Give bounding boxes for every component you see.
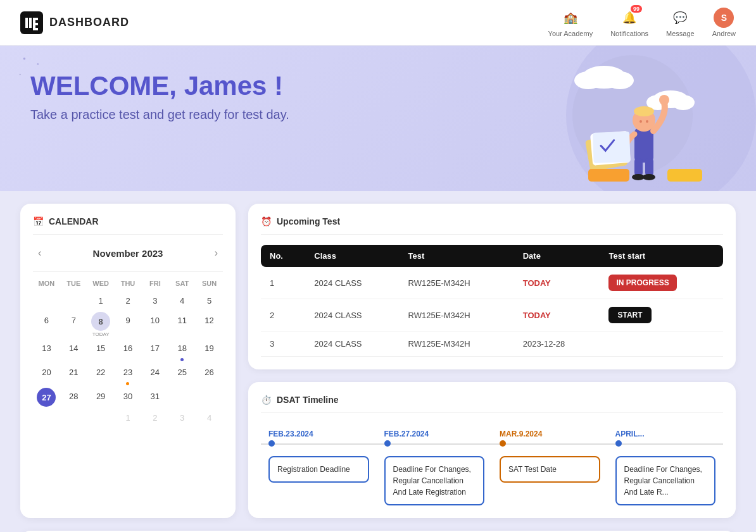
today-badge: TODAY [523,311,551,320]
calendar-day[interactable]: 4 [180,292,184,309]
dsat-timeline-card: ⏱️ DSAT Timeline FEB.23.2024Registration… [248,382,736,518]
calendar-day[interactable]: 1 [99,292,103,309]
calendar-day[interactable]: 27 [37,388,56,407]
cell-no: 3 [261,331,305,357]
upcoming-test-title: Upcoming Test [277,216,340,226]
calendar-day[interactable]: 5 [207,292,211,309]
calendar-day[interactable]: 22 [96,364,105,381]
academy-label: Your Academy [548,30,593,37]
svg-point-12 [646,120,648,123]
calendar-day[interactable]: 13 [42,340,51,357]
calendar-day[interactable]: 12 [205,312,213,329]
in-progress-button[interactable]: IN PROGRESS [608,275,676,291]
calendar-day[interactable]: 24 [151,364,160,381]
calendar-day-wrapper: 4 [196,409,223,426]
calendar-day-wrapper: 19 [196,340,223,361]
calendar-day[interactable]: 1 [125,409,130,426]
calendar-week: 678TODAY9101112 [33,312,223,337]
prev-month-button[interactable]: ‹ [33,245,46,261]
calendar-day[interactable]: 3 [153,292,157,309]
cell-class: 2024 CLASS [305,331,399,357]
calendar-day[interactable]: 26 [205,364,213,381]
calendar-day[interactable]: 17 [151,340,160,357]
start-button[interactable]: START [608,307,651,323]
calendar-day-wrapper: 8TODAY [87,312,115,337]
timeline-item: APRIL...Deadline For Changes, Regular Ca… [608,430,724,505]
calendar-day[interactable]: 25 [177,364,186,381]
day-header-thu: THU [115,280,142,287]
calendar-day[interactable]: 28 [69,388,78,405]
calendar-day[interactable]: 7 [72,312,76,329]
cell-test: RW125E-M342H [400,299,514,331]
timeline-dot [268,440,275,447]
calendar-day[interactable]: 19 [205,340,213,357]
nav-user[interactable]: S Andrew [712,8,736,37]
table-header-row: No. Class Test Date Test start [261,245,723,267]
today-badge: TODAY [523,278,551,288]
calendar-day[interactable]: 3 [180,409,184,426]
svg-point-11 [639,120,642,123]
calendar-day[interactable]: 2 [153,409,157,426]
svg-point-3 [574,71,602,89]
calendar-day[interactable]: 14 [69,340,78,357]
nav-notifications[interactable]: 🔔 99 Notifications [610,8,648,37]
dashboard-title: DASHBOARD [49,16,129,29]
calendar-day-wrapper: 27 [33,388,60,407]
col-date: Date [514,245,600,267]
calendar-day-wrapper: 3 [168,409,196,426]
calendar-day[interactable]: 29 [96,388,105,405]
calendar-header: 📅 CALENDAR [33,216,223,235]
cell-date: TODAY [514,267,600,299]
calendar-day[interactable]: 15 [96,340,105,357]
svg-rect-14 [634,158,643,176]
calendar-day[interactable]: 9 [125,312,130,329]
col-class: Class [305,245,399,267]
calendar-week: 13141516171819 [33,340,223,361]
cell-class: 2024 CLASS [305,299,399,331]
col-no: No. [261,245,305,267]
timeline-wrapper: FEB.23.2024Registration DeadlineFEB.27.2… [261,430,723,505]
cell-test: RW125E-M342H [400,267,514,299]
calendar-day[interactable]: 21 [69,364,78,381]
svg-point-17 [643,174,655,180]
timeline-dot [384,440,391,447]
svg-point-10 [634,106,654,116]
timeline-scroll[interactable]: FEB.23.2024Registration DeadlineFEB.27.2… [261,423,723,505]
dsat-timeline-title: DSAT Timeline [277,395,339,405]
calendar-day-wrapper: 10 [141,312,168,337]
nav-message[interactable]: 💬 Message [666,8,695,37]
calendar-day[interactable]: 8 [91,312,110,331]
calendar-day[interactable]: 2 [125,292,130,309]
avatar: S [714,8,734,28]
calendar-day[interactable]: 11 [177,312,186,329]
day-header-wed: WED [87,280,115,287]
hero-section: ● ● ● WELCOME, James ! Take a practice t… [0,46,756,191]
nav-your-academy[interactable]: 🏫 Your Academy [548,8,593,37]
calendar-day[interactable]: 30 [123,388,132,405]
calendar-day[interactable]: 16 [123,340,132,357]
calendar-day[interactable]: 6 [44,312,49,329]
svg-rect-8 [634,128,653,163]
calendar-grid: MON TUE WED THU FRI SAT SUN 12345678TODA… [33,280,223,426]
calendar-day[interactable]: 31 [151,388,160,405]
day-header-sat: SAT [168,280,196,287]
navbar: DASHBOARD 🏫 Your Academy 🔔 99 Notificati… [0,0,756,46]
svg-point-4 [606,71,634,89]
calendar-day[interactable]: 18 [177,340,186,357]
calendar-day[interactable]: 4 [207,409,211,426]
timeline-item: FEB.27.2024Deadline For Changes, Regular… [377,430,493,505]
calendar-day-wrapper: 5 [196,292,223,309]
next-month-button[interactable]: › [210,245,223,261]
calendar-title: CALENDAR [49,216,99,226]
timeline-event-box: SAT Test Date [500,456,600,483]
calendar-day-wrapper [168,388,196,407]
svg-rect-15 [645,158,653,176]
calendar-day[interactable]: 20 [42,364,51,381]
timeline-event-box: Deadline For Changes, Regular Cancellati… [384,456,485,505]
timeline-dot [615,440,622,447]
svg-rect-20 [593,132,631,163]
calendar-day[interactable]: 10 [151,312,160,329]
calendar-day-wrapper [60,292,87,309]
calendar-day[interactable]: 23 [123,364,132,381]
calendar-icon: 📅 [33,216,44,226]
